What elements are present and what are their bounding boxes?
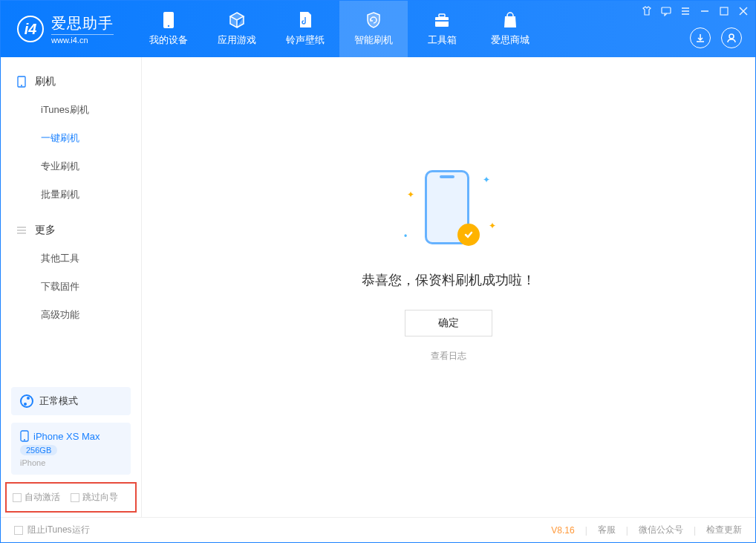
list-icon [16,224,27,236]
sidebar-group-flash: 刷机 [1,68,141,96]
separator: | [694,525,696,536]
toolbox-icon [433,11,451,29]
sparkle-icon: ✦ [489,221,496,231]
user-button[interactable] [721,27,742,48]
sparkle-icon: ✦ [483,175,490,185]
sidebar-group-more: 更多 [1,216,141,244]
tab-ringtones[interactable]: 铃声壁纸 [271,1,339,57]
tab-label: 铃声壁纸 [286,33,325,47]
tab-label: 爱思商城 [491,33,529,47]
sidebar-item-download-firmware[interactable]: 下载固件 [1,273,141,301]
sidebar-item-itunes-flash[interactable]: iTunes刷机 [1,96,141,124]
close-icon[interactable] [737,5,749,17]
feedback-icon[interactable] [660,5,672,17]
tab-flash[interactable]: 智能刷机 [339,1,408,57]
maximize-icon[interactable] [718,5,730,17]
mode-icon [20,394,33,408]
checkbox-skip-guide[interactable]: 跳过向导 [71,491,118,504]
checkbox-auto-activate[interactable]: 自动激活 [13,491,60,504]
cube-icon [228,11,246,29]
tab-apps[interactable]: 应用游戏 [203,1,271,57]
sidebar: 刷机 iTunes刷机 一键刷机 专业刷机 批量刷机 更多 其他工具 下载固件 … [1,57,142,517]
svg-point-13 [729,34,734,39]
sidebar-item-other-tools[interactable]: 其他工具 [1,244,141,273]
version-label: V8.16 [551,525,574,536]
app-name: 爱思助手 [51,13,114,33]
checkbox-icon [71,493,79,502]
separator: | [585,525,587,536]
separator: | [626,525,628,536]
wechat-link[interactable]: 微信公众号 [639,524,683,536]
device-name: iPhone XS Max [33,431,100,442]
checkbox-icon [14,526,23,535]
tab-label: 应用游戏 [218,33,256,47]
check-update-link[interactable]: 检查更新 [706,524,742,536]
sidebar-item-advanced[interactable]: 高级功能 [1,301,141,329]
status-bar: 阻止iTunes运行 V8.16 | 客服 | 微信公众号 | 检查更新 [1,517,755,542]
tab-label: 我的设备 [149,33,188,47]
checkbox-label: 自动激活 [25,491,60,504]
app-header: i4 爱思助手 www.i4.cn 我的设备 应用游戏 铃声壁纸 智能刷机 工具… [1,1,755,57]
shield-refresh-icon [365,11,382,29]
checkbox-label: 阻止iTunes运行 [27,524,90,536]
checkbox-block-itunes[interactable]: 阻止iTunes运行 [14,524,90,536]
support-link[interactable]: 客服 [598,524,616,536]
tab-label: 工具箱 [428,33,457,47]
highlighted-options: 自动激活 跳过向导 [5,482,137,513]
success-message: 恭喜您，保资料刷机成功啦！ [362,271,535,289]
sidebar-item-batch-flash[interactable]: 批量刷机 [1,181,141,209]
group-label: 刷机 [35,75,56,88]
view-log-link[interactable]: 查看日志 [431,350,466,362]
sparkle-icon: • [404,231,407,241]
device-type: iPhone [20,458,122,467]
svg-point-1 [168,25,169,27]
tab-toolbox[interactable]: 工具箱 [408,1,476,57]
success-illustration: ✦ ✦ • ✦ [397,167,501,256]
svg-rect-5 [662,7,671,13]
sidebar-item-pro-flash[interactable]: 专业刷机 [1,152,141,181]
mode-label: 正常模式 [39,394,78,408]
check-badge-icon [457,224,480,246]
device-storage-badge: 256GB [20,445,57,455]
phone-icon [160,11,177,29]
tab-my-device[interactable]: 我的设备 [134,1,203,57]
app-url: www.i4.cn [51,34,114,45]
group-label: 更多 [35,224,56,237]
svg-rect-3 [439,14,445,17]
svg-rect-2 [435,17,449,27]
download-button[interactable] [690,27,711,48]
checkbox-icon [13,493,22,502]
svg-rect-10 [720,7,728,15]
logo-icon: i4 [17,16,44,42]
ok-button[interactable]: 确定 [405,310,492,336]
minimize-icon[interactable] [699,5,711,17]
music-file-icon [296,11,314,29]
device-icon [16,76,27,88]
sidebar-item-oneclick-flash[interactable]: 一键刷机 [1,124,141,152]
svg-rect-4 [435,20,449,22]
window-controls [641,5,749,17]
device-info[interactable]: iPhone XS Max 256GB iPhone [11,423,131,475]
tab-store[interactable]: 爱思商城 [476,1,544,57]
header-right-buttons [690,27,742,48]
main-content: ✦ ✦ • ✦ 恭喜您，保资料刷机成功啦！ 确定 查看日志 [142,57,755,517]
tab-label: 智能刷机 [354,33,393,47]
main-tabs: 我的设备 应用游戏 铃声壁纸 智能刷机 工具箱 爱思商城 [134,1,544,57]
checkbox-label: 跳过向导 [82,491,118,504]
mode-indicator[interactable]: 正常模式 [11,387,131,415]
bag-icon [501,11,519,29]
phone-small-icon [20,430,29,442]
shirt-icon[interactable] [641,5,653,17]
menu-icon[interactable] [680,5,691,17]
sparkle-icon: ✦ [407,189,414,200]
logo-area: i4 爱思助手 www.i4.cn [1,13,127,45]
